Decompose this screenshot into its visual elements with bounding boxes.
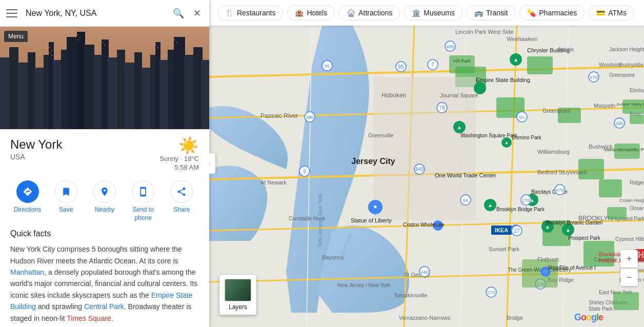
svg-rect-147: [522, 259, 558, 288]
send-to-phone-icon: [132, 180, 154, 203]
attractions-icon: 🎡: [347, 9, 355, 17]
svg-text:Elmhurst: Elmhurst: [630, 88, 644, 93]
google-g: G: [574, 312, 581, 322]
svg-rect-3: [9, 47, 18, 129]
tab-restaurants[interactable]: 🍴 Restaurants: [217, 5, 283, 21]
svg-text:Tompkinsville: Tompkinsville: [394, 292, 427, 298]
svg-text:478: 478: [556, 188, 564, 193]
svg-rect-24: [168, 50, 175, 129]
zoom-in-button[interactable]: +: [620, 250, 638, 268]
svg-rect-19: [134, 52, 142, 129]
museums-icon: 🏛️: [412, 9, 420, 17]
google-o1: o: [581, 312, 586, 322]
city-info: New York USA ☀️ Sunny · 18°C 5:58 AM: [0, 129, 209, 176]
map-area[interactable]: ‹ 🍴 Restaurants 🏨 Hotels 🎡 Attractions 🏛…: [209, 0, 644, 327]
clear-button[interactable]: ✕: [191, 6, 203, 21]
nearby-label: Nearby: [95, 206, 115, 214]
svg-rect-176: [607, 207, 627, 219]
restaurants-icon: 🍴: [225, 9, 234, 17]
tab-atms[interactable]: 💳 ATMs: [589, 5, 634, 21]
svg-text:▲: ▲: [505, 140, 509, 145]
google-e: e: [598, 312, 603, 322]
search-icon[interactable]: 🔍: [171, 6, 186, 21]
svg-text:▲: ▲: [488, 202, 493, 208]
svg-text:7: 7: [431, 62, 434, 68]
svg-rect-29: [49, 47, 50, 48]
svg-text:Maspeth: Maspeth: [594, 103, 615, 109]
svg-rect-44: [527, 56, 553, 74]
share-button[interactable]: Share: [165, 180, 198, 222]
top-tabs: 🍴 Restaurants 🏨 Hotels 🎡 Attractions 🏛️ …: [209, 0, 644, 26]
svg-text:Cypress Hills: Cypress Hills: [615, 236, 644, 242]
google-g2: g: [591, 312, 596, 322]
svg-text:440: 440: [415, 167, 424, 172]
pharmacies-icon: 💊: [527, 9, 536, 17]
save-label: Save: [59, 206, 73, 214]
svg-rect-33: [77, 34, 78, 35]
tab-transit-label: Transit: [486, 9, 508, 17]
svg-text:280: 280: [306, 115, 313, 120]
svg-text:BROOKLYN: BROOKLYN: [578, 215, 612, 222]
svg-rect-9: [53, 60, 62, 129]
svg-text:Williamsburg: Williamsburg: [537, 149, 570, 155]
save-button[interactable]: Save: [50, 180, 83, 222]
menu-tooltip: Menu: [4, 31, 28, 42]
svg-text:Hoboken: Hoboken: [381, 92, 406, 99]
svg-rect-4: [17, 63, 29, 129]
svg-text:Bridge: Bridge: [507, 315, 523, 321]
tab-museums[interactable]: 🏛️ Museums: [404, 5, 462, 21]
svg-rect-41: [176, 42, 177, 43]
svg-rect-11: [67, 37, 78, 129]
zoom-out-button[interactable]: −: [620, 269, 638, 286]
svg-text:278: 278: [522, 198, 530, 203]
svg-rect-173: [630, 115, 644, 124]
tab-transit[interactable]: 🚌 Transit: [467, 5, 515, 21]
directions-label: Directions: [14, 206, 41, 214]
svg-text:270: 270: [487, 290, 495, 295]
svg-text:Jackson Heights: Jackson Heights: [609, 47, 644, 52]
tab-museums-label: Museums: [424, 9, 455, 17]
svg-rect-16: [108, 57, 118, 129]
tab-attractions[interactable]: 🎡 Attractions: [339, 5, 400, 21]
svg-text:78: 78: [439, 105, 445, 111]
svg-text:95: 95: [398, 64, 404, 70]
svg-text:Astoria: Astoria: [558, 47, 574, 52]
qf-link-times-square[interactable]: Times Square: [67, 314, 111, 322]
menu-button[interactable]: [6, 6, 21, 21]
svg-text:Journal Square: Journal Square: [440, 92, 478, 98]
svg-text:Lincoln Park West Side: Lincoln Park West Side: [455, 29, 514, 35]
transit-icon: 🚌: [474, 9, 483, 17]
tab-atms-label: ATMs: [608, 9, 627, 17]
tab-pharmacies[interactable]: 💊 Pharmacies: [519, 5, 585, 21]
layers-button[interactable]: Layers: [219, 275, 256, 315]
send-to-phone-button[interactable]: Send to phone: [127, 180, 159, 222]
svg-rect-12: [77, 32, 85, 129]
svg-text:Greenville: Greenville: [368, 132, 394, 138]
svg-text:Ocean Hill: Ocean Hill: [630, 206, 644, 211]
search-input-wrapper: [26, 9, 166, 18]
svg-rect-23: [159, 60, 169, 129]
svg-text:Juniper Valley Park: Juniper Valley Park: [616, 102, 644, 107]
svg-text:▲: ▲: [513, 57, 518, 63]
svg-text:Statue of Liberty: Statue of Liberty: [351, 217, 392, 223]
qf-link-central-park[interactable]: Central Park: [84, 302, 124, 311]
qf-link-manhattan[interactable]: Manhattan: [10, 268, 44, 276]
svg-text:Domino Park: Domino Park: [512, 135, 542, 140]
svg-text:▲: ▲: [457, 125, 462, 130]
nearby-button[interactable]: Nearby: [88, 180, 121, 222]
search-input[interactable]: [26, 9, 166, 18]
tab-pharmacies-label: Pharmacies: [539, 9, 577, 17]
tab-hotels[interactable]: 🏨 Hotels: [287, 5, 335, 21]
svg-text:Ridgewood: Ridgewood: [630, 180, 644, 186]
quick-facts: Quick facts New York City comprises 5 bo…: [0, 229, 209, 327]
svg-text:Brooklyn Bridge Park: Brooklyn Bridge Park: [496, 207, 545, 212]
tab-hotels-label: Hotels: [307, 9, 327, 17]
weather-area: ☀️ Sunny · 18°C 5:58 AM: [159, 137, 199, 171]
directions-button[interactable]: Directions: [11, 180, 44, 222]
svg-rect-20: [141, 68, 151, 129]
collapse-handle[interactable]: ‹: [209, 153, 215, 174]
hotels-icon: 🏨: [295, 9, 304, 17]
svg-text:ShopRite of Avenue I: ShopRite of Avenue I: [548, 265, 596, 271]
map-svg[interactable]: ▲ ▲ ▲ ▲ ▲ ▲: [209, 26, 644, 327]
svg-rect-36: [102, 42, 103, 43]
